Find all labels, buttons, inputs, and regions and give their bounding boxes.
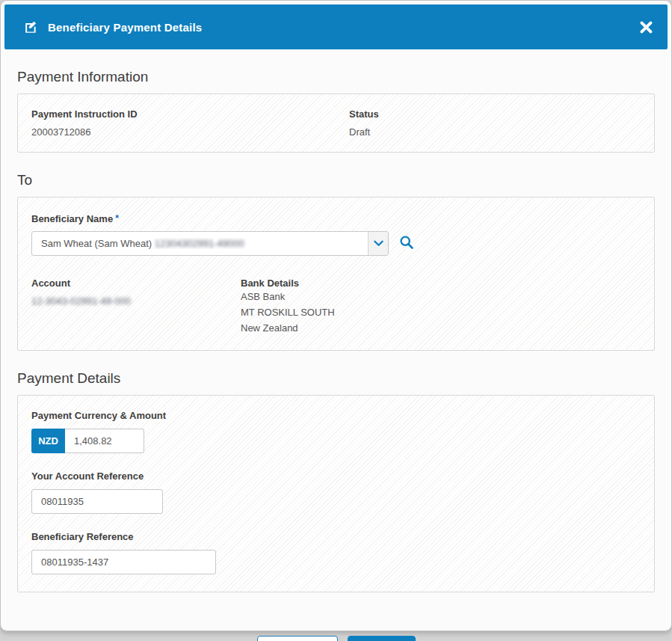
beneficiary-name-label-row: Beneficiary Name*: [31, 213, 641, 224]
bank-country: New Zealand: [241, 320, 641, 336]
currency-code-badge: NZD: [31, 429, 65, 453]
account-reference-input[interactable]: [31, 489, 163, 514]
beneficiary-selected-name: Sam Wheat (Sam Wheat): [41, 238, 152, 249]
currency-amount-row: NZD: [31, 429, 641, 453]
account-field: Account 12-3043-02991-49-000: [31, 277, 241, 336]
chevron-down-icon[interactable]: [368, 232, 388, 255]
to-card: Beneficiary Name* Sam Wheat (Sam Wheat) …: [17, 197, 655, 351]
beneficiary-selected-option: Sam Wheat (Sam Wheat) 12304302991-49000: [32, 238, 368, 249]
payment-instruction-id-value: 20003712086: [31, 126, 349, 138]
status-label: Status: [349, 108, 641, 120]
beneficiary-selected-masked-number: 12304302991-49000: [155, 238, 244, 249]
currency-amount-group: Payment Currency & Amount NZD: [31, 410, 641, 453]
to-heading: To: [17, 172, 655, 188]
status-field: Status Draft: [349, 108, 641, 138]
edit-icon: [23, 20, 37, 34]
beneficiary-payment-details-modal: Beneficiary Payment Details Payment Info…: [0, 0, 672, 631]
beneficiary-name-select[interactable]: Sam Wheat (Sam Wheat) 12304302991-49000: [31, 231, 389, 256]
modal-footer: Cancel Save: [17, 636, 655, 641]
payment-instruction-id-field: Payment Instruction ID 20003712086: [31, 108, 349, 138]
modal-header: Beneficiary Payment Details: [4, 4, 668, 49]
to-section: To Beneficiary Name* Sam Wheat (Sam Whea…: [17, 172, 655, 351]
payment-details-heading: Payment Details: [17, 370, 655, 387]
payment-details-card: Payment Currency & Amount NZD Your Accou…: [17, 395, 655, 592]
beneficiary-reference-input[interactable]: [31, 550, 216, 574]
bank-details-field: Bank Details ASB Bank MT ROSKILL SOUTH N…: [241, 277, 641, 336]
amount-input[interactable]: [65, 429, 144, 453]
beneficiary-reference-group: Beneficiary Reference: [31, 531, 641, 574]
account-reference-group: Your Account Reference: [31, 470, 641, 514]
account-masked-value: 12-3043-02991-49-000: [31, 295, 241, 307]
account-label: Account: [31, 277, 241, 289]
beneficiary-select-row: Sam Wheat (Sam Wheat) 12304302991-49000: [31, 231, 641, 256]
cancel-button[interactable]: Cancel: [257, 636, 338, 641]
payment-information-section: Payment Information Payment Instruction …: [17, 69, 655, 153]
currency-amount-label: Payment Currency & Amount: [31, 410, 641, 421]
close-icon[interactable]: [640, 21, 653, 34]
modal-title: Beneficiary Payment Details: [48, 21, 202, 34]
payment-information-card: Payment Instruction ID 20003712086 Statu…: [17, 93, 655, 153]
payment-information-heading: Payment Information: [17, 69, 655, 85]
bank-branch: MT ROSKILL SOUTH: [241, 304, 641, 320]
status-value: Draft: [349, 126, 641, 138]
save-button[interactable]: Save: [348, 636, 416, 641]
bank-details-label: Bank Details: [241, 277, 641, 289]
account-bank-row: Account 12-3043-02991-49-000 Bank Detail…: [31, 277, 641, 336]
beneficiary-reference-label: Beneficiary Reference: [31, 531, 641, 542]
modal-body: Payment Information Payment Instruction …: [4, 49, 668, 641]
search-icon[interactable]: [399, 235, 414, 253]
bank-name: ASB Bank: [241, 289, 641, 304]
beneficiary-name-label: Beneficiary Name: [31, 213, 113, 224]
payment-details-section: Payment Details Payment Currency & Amoun…: [17, 370, 655, 592]
payment-instruction-id-label: Payment Instruction ID: [31, 108, 349, 120]
required-asterisk: *: [115, 213, 119, 224]
account-reference-label: Your Account Reference: [31, 470, 641, 482]
